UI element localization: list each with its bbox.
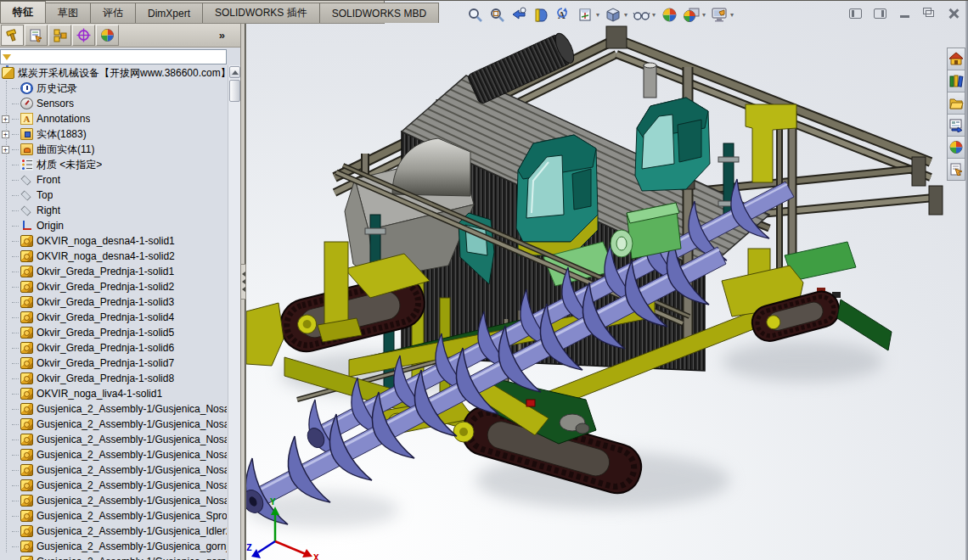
hide-show-items-dropdown[interactable]: ▾ <box>652 11 656 19</box>
restore-down-button[interactable] <box>920 6 938 20</box>
splitter-collapse-handle[interactable] <box>240 264 246 300</box>
tree-item[interactable]: + 实体(1883) <box>0 126 227 142</box>
expand-toggle-icon[interactable]: + <box>2 115 9 123</box>
toggle-right-pane-button[interactable] <box>870 6 889 20</box>
tree-item[interactable]: + Okvir_Greda_Prednja-1-solid6 <box>0 340 227 356</box>
tree-item[interactable]: + 历史记录 <box>0 81 227 96</box>
custom-properties-tab[interactable] <box>948 159 965 180</box>
tree-item[interactable]: + Okvir_Greda_Prednja-1-solid1 <box>0 264 227 279</box>
feature-filter-input[interactable] <box>14 51 226 63</box>
tree-connector <box>12 226 19 227</box>
propertymanager-tab[interactable] <box>25 25 48 46</box>
command-tab[interactable]: DimXpert <box>135 3 203 23</box>
command-tab[interactable]: 评估 <box>90 3 136 23</box>
tree-item[interactable]: + Okvir_Greda_Prednja-1-solid5 <box>0 325 227 340</box>
zoom-to-area-icon[interactable] <box>487 5 506 24</box>
feature-filter-bar <box>0 49 227 64</box>
previous-view-icon[interactable] <box>509 5 528 24</box>
tree-item[interactable]: + Sensors <box>0 96 227 111</box>
tree-item[interactable]: + 材质 <未指定> <box>0 157 227 172</box>
graphics-viewport[interactable]: Y X Z <box>245 1 965 560</box>
dynamic-annotation-views-icon[interactable]: A <box>554 5 572 24</box>
command-tab[interactable]: 草图 <box>45 3 91 23</box>
tree-connector <box>12 409 19 410</box>
tree-item-icon <box>20 82 33 94</box>
expand-toggle-icon[interactable]: + <box>2 131 9 138</box>
view-settings-icon[interactable] <box>710 5 729 24</box>
featuremanager-tree-tab[interactable] <box>1 25 24 46</box>
tree-item[interactable]: + Top <box>0 188 227 203</box>
tree-item[interactable]: + Gusjenica_2_Assembly-1/Gusjenica_Nosa <box>0 417 227 432</box>
tree-item[interactable]: + Front <box>0 172 227 188</box>
tree-item[interactable]: + Okvir_Greda_Prednja-1-solid4 <box>0 310 227 325</box>
view-settings-dropdown[interactable]: ▾ <box>730 11 734 19</box>
tree-item[interactable]: + Right <box>0 203 227 218</box>
tree-item[interactable]: + Gusjenica_2_Assembly-1/Gusjenica_gornj <box>0 539 227 554</box>
appearances-tab[interactable] <box>948 137 965 159</box>
apply-scene-icon[interactable] <box>682 5 701 24</box>
dimxpertmanager-tab[interactable] <box>72 25 95 46</box>
file-explorer-tab[interactable] <box>948 92 965 115</box>
tree-item[interactable]: + OKVIR_noga_desna4-1-solid2 <box>0 249 227 264</box>
configurationmanager-tab[interactable] <box>48 25 71 46</box>
tree-item[interactable]: + Okvir_Greda_Prednja-1-solid3 <box>0 294 227 310</box>
display-style-dropdown[interactable]: ▾ <box>624 11 628 19</box>
tree-item-label: OKVIR_noga_desna4-1-solid2 <box>37 250 175 262</box>
tree-item[interactable]: + Gusjenica_2_Assembly-1/Gusjenica_Nosa <box>0 478 227 493</box>
tree-item[interactable]: + OKVIR_noga_liva4-1-solid1 <box>0 386 227 401</box>
manager-overflow-chevron[interactable]: » <box>219 29 225 42</box>
tree-item-icon <box>20 342 33 354</box>
model-cab-left <box>516 135 598 255</box>
displaymanager-tab[interactable] <box>96 25 119 46</box>
tree-item[interactable]: + Gusjenica_2_Assembly-1/Gusjenica_Sproc <box>0 508 227 524</box>
tree-item[interactable]: + Gusjenica_2_Assembly-1/Gusjenica_Nosa <box>0 432 227 447</box>
appearances-icon <box>948 140 964 154</box>
tree-item[interactable]: + Gusjenica_2_Assembly-1/Gusjenica_gornj <box>0 554 227 560</box>
command-tab[interactable]: SOLIDWORKS 插件 <box>202 3 320 23</box>
tree-item[interactable]: + OKVIR_noga_desna4-1-solid1 <box>0 233 227 249</box>
toggle-left-pane-button[interactable] <box>846 6 864 20</box>
tree-item[interactable]: + Okvir_Greda_Prednja-1-solid2 <box>0 279 227 294</box>
tree-scrollbar[interactable] <box>228 65 240 560</box>
tree-item[interactable]: + Annotations <box>0 111 227 126</box>
tree-item[interactable]: + Okvir_Greda_Prednja-1-solid7 <box>0 356 227 371</box>
close-button[interactable] <box>944 6 963 20</box>
tree-connector <box>12 88 19 89</box>
tree-item-icon <box>20 495 33 507</box>
tree-item[interactable]: + Gusjenica_2_Assembly-1/Gusjenica_Nosa <box>0 462 227 478</box>
tree-item[interactable]: + 曲面实体(11) <box>0 142 227 157</box>
tree-item-label: Okvir_Greda_Prednja-1-solid8 <box>37 372 174 384</box>
tree-item[interactable]: + 煤炭开采机械设备【开拔网www.386600.com】 <box>0 65 227 81</box>
tree-item-label: Gusjenica_2_Assembly-1/Gusjenica_Nosa <box>37 479 227 491</box>
apply-scene-dropdown[interactable]: ▾ <box>702 11 706 19</box>
view-orientation-dropdown[interactable]: ▾ <box>596 11 599 19</box>
tree-item[interactable]: + Gusjenica_2_Assembly-1/Gusjenica_Nosa <box>0 447 227 462</box>
view-palette-tab[interactable] <box>948 115 965 137</box>
section-view-icon[interactable] <box>532 5 550 24</box>
scroll-up-button[interactable] <box>229 66 240 78</box>
tree-item-icon <box>20 296 33 308</box>
expand-toggle-icon[interactable]: + <box>2 146 9 154</box>
command-tab-label: DimXpert <box>148 8 190 20</box>
tree-item[interactable]: + Gusjenica_2_Assembly-1/Gusjenica_Nosa <box>0 401 227 417</box>
tree-item[interactable]: + Okvir_Greda_Prednja-1-solid8 <box>0 371 227 386</box>
tree-item[interactable]: + Gusjenica_2_Assembly-1/Gusjenica_Nosa <box>0 493 227 508</box>
tree-item[interactable]: + Gusjenica_2_Assembly-1/Gusjenica_Idler… <box>0 524 227 539</box>
home-tab[interactable] <box>948 48 965 70</box>
panel-splitter[interactable] <box>240 24 245 560</box>
hide-show-items-icon[interactable] <box>632 5 650 24</box>
tree-item[interactable]: + Origin <box>0 218 227 233</box>
edit-appearance-icon[interactable] <box>660 5 678 24</box>
scroll-thumb[interactable] <box>229 80 240 102</box>
view-orientation-icon[interactable] <box>576 5 594 24</box>
minimize-button[interactable] <box>895 6 914 20</box>
tree-item-icon <box>20 525 33 537</box>
zoom-to-fit-icon[interactable] <box>465 5 484 24</box>
tree-item-label: Annotations <box>37 113 90 125</box>
command-tab[interactable]: SOLIDWORKS MBD <box>319 3 439 23</box>
design-library-tab[interactable] <box>948 70 965 92</box>
filter-icon <box>3 54 11 60</box>
command-tab[interactable]: 特征 <box>0 1 46 23</box>
display-style-icon[interactable] <box>604 5 622 24</box>
tree-connector <box>12 302 19 303</box>
